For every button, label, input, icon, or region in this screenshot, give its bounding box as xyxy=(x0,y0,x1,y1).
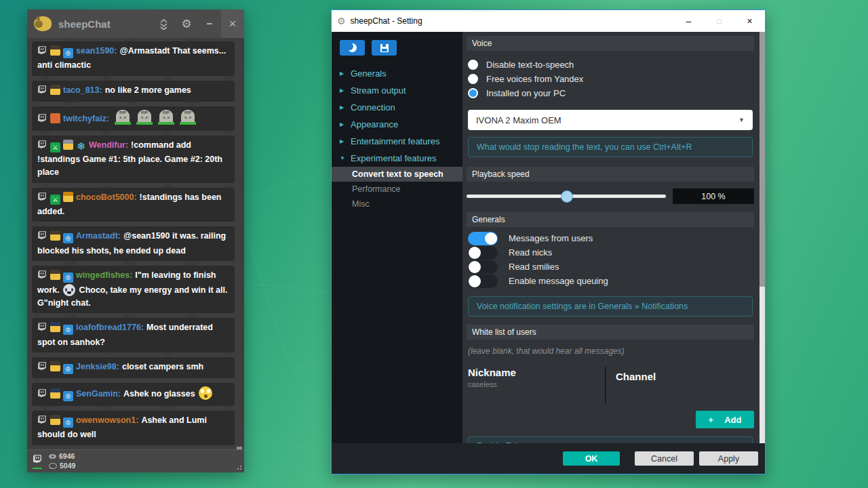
chat-window: sheepChat ⚙ – × sean1590:@Armastadt That… xyxy=(27,9,244,472)
username: wingedfishes: xyxy=(76,270,132,280)
twitch-icon xyxy=(37,194,47,203)
twitch-icon xyxy=(37,142,47,151)
tts-hotkey-info: What would stop reading the text, you ca… xyxy=(468,137,753,157)
ok-button[interactable]: OK xyxy=(563,451,620,466)
radio-button-icon[interactable] xyxy=(468,88,478,98)
voice-select[interactable]: IVONA 2 Maxim OEM ▼ xyxy=(468,110,753,130)
chat-message: loafofbread1776:Most underrated spot on … xyxy=(32,318,235,352)
radio-installed-on-your-pc[interactable]: Installed on your PC xyxy=(468,86,754,100)
chat-message: chocoBot5000:!standings has been added. xyxy=(32,188,235,222)
cowboy-badge-icon xyxy=(50,45,60,56)
username: Armastadt: xyxy=(76,231,121,241)
chatters-bubble-icon xyxy=(49,463,57,469)
crown-badge-icon xyxy=(63,325,73,335)
resize-grip[interactable] xyxy=(234,462,243,471)
chat-settings-gear-icon[interactable]: ⚙ xyxy=(175,9,198,38)
redface-badge-icon xyxy=(50,113,60,123)
playback-speed-slider[interactable] xyxy=(467,195,666,198)
radio-button-icon[interactable] xyxy=(468,60,478,70)
rip-tombstone-emote: RIP xyxy=(158,110,174,125)
username: SenGamin: xyxy=(76,389,121,399)
chat-message: Jenksie98:closet campers smh xyxy=(32,357,235,378)
chevron-down-icon: ▼ xyxy=(738,117,745,123)
crown-badge-icon xyxy=(63,48,73,58)
chevron-down-icon: ▼ xyxy=(340,155,345,161)
chat-close-button[interactable]: × xyxy=(221,9,244,38)
username: Jenksie98: xyxy=(76,362,119,371)
settings-sidebar: ▶Generals▶Stream output▶Connection▶Appea… xyxy=(332,32,462,443)
toggle-switch[interactable] xyxy=(468,260,498,274)
toggle-enable-message-queuing[interactable]: Enable message queuing xyxy=(468,274,754,288)
chat-message: owenwowson1:Ashek and Lumi should do wel… xyxy=(32,411,235,445)
settings-close-button[interactable]: × xyxy=(734,10,765,32)
add-whitelist-button[interactable]: + Add xyxy=(696,411,754,428)
toggle-switch[interactable] xyxy=(468,232,498,245)
settings-window-title: sheepChat - Setting xyxy=(351,16,673,26)
twitch-icon xyxy=(37,47,47,57)
chat-message: wingedfishes:I"m leaving to finish work.… xyxy=(32,266,235,313)
settings-titlebar[interactable]: ⚙ sheepChat - Setting – □ × xyxy=(332,10,765,32)
chat-message: twitchyfaiz:RIPRIPRIPRIP xyxy=(32,106,235,130)
app-gear-icon: ⚙ xyxy=(337,16,346,26)
sidebar-subitem-convert-text-to-speech[interactable]: Convert text to speech xyxy=(332,167,462,182)
chat-minimize-button[interactable]: – xyxy=(198,9,221,38)
generals-section-header: Generals xyxy=(467,212,754,227)
twitch-icon xyxy=(37,272,47,281)
column-divider xyxy=(605,367,606,404)
add-button-label: Add xyxy=(724,415,741,425)
chat-message-list: sean1590:@Armastadt That seems... anti c… xyxy=(27,38,244,449)
cowboy-badge-icon xyxy=(50,361,60,371)
sidebar-item-entertainment-features[interactable]: ▶Entertainment features xyxy=(332,133,462,150)
settings-scrollbar-thumb[interactable] xyxy=(760,32,765,287)
king-badge-icon xyxy=(63,192,73,202)
moon-icon xyxy=(348,43,357,52)
toggle-messages-from-users[interactable]: Messages from users xyxy=(468,231,754,245)
channel-column-header: Channel xyxy=(616,371,753,382)
sidebar-item-experimental-features[interactable]: ▼Experimental features xyxy=(332,150,462,167)
sidebar-item-stream-output[interactable]: ▶Stream output xyxy=(332,82,462,99)
sidebar-item-connection[interactable]: ▶Connection xyxy=(332,99,462,116)
chat-message: SenGamin:Ashek no glasses xyxy=(32,383,235,405)
twitch-icon xyxy=(37,324,47,333)
whitelist-note: (leave blank, that would hear all messag… xyxy=(468,346,753,356)
username: chocoBot5000: xyxy=(76,192,137,202)
slider-thumb[interactable] xyxy=(561,190,573,203)
toggle-read-nicks[interactable]: Read nicks xyxy=(468,245,754,260)
radio-button-icon[interactable] xyxy=(468,74,478,84)
crown-badge-icon xyxy=(63,418,73,428)
sidebar-subitem-performance[interactable]: Performance xyxy=(332,182,462,197)
snow-badge-icon xyxy=(76,141,86,151)
flushed-emote xyxy=(199,386,212,400)
settings-maximize-button: □ xyxy=(704,10,734,32)
playback-speed-value: 100 % xyxy=(673,188,754,204)
save-button[interactable] xyxy=(372,40,397,56)
username: loafofbread1776: xyxy=(76,323,144,332)
sidebar-subitem-misc[interactable]: Misc xyxy=(332,197,462,211)
rip-tombstone-emote: RIP xyxy=(115,110,131,125)
twitch-icon xyxy=(37,87,47,96)
dark-theme-button[interactable] xyxy=(340,40,365,56)
toggle-read-smilies[interactable]: Read smilies xyxy=(468,260,754,274)
settings-scrollbar[interactable] xyxy=(760,32,765,443)
twitch-icon xyxy=(37,363,47,373)
radio-free-voices-from-yandex[interactable]: Free voices from Yandex xyxy=(468,72,754,86)
crown-badge-icon xyxy=(63,233,73,243)
radio-disable-text-to-speech[interactable]: Disable text-to-speech xyxy=(468,58,754,72)
viking-badge-icon xyxy=(63,140,73,150)
chat-titlebar[interactable]: sheepChat ⚙ – × xyxy=(27,9,244,38)
toggle-switch[interactable] xyxy=(468,274,498,288)
rip-tombstone-emote: RIP xyxy=(180,110,196,125)
nickname-caseless-hint: caseless xyxy=(468,380,605,388)
voice-section-header: Voice xyxy=(467,36,754,51)
toggle-switch[interactable] xyxy=(468,246,498,260)
voice-select-value: IVONA 2 Maxim OEM xyxy=(476,115,738,125)
sidebar-item-generals[interactable]: ▶Generals xyxy=(332,65,462,82)
sidebar-item-appearance[interactable]: ▶Appearance xyxy=(332,116,462,133)
username: Wendifur: xyxy=(89,140,128,150)
apply-button[interactable]: Apply xyxy=(699,451,758,466)
cowboy-badge-icon xyxy=(50,415,60,425)
cancel-button[interactable]: Cancel xyxy=(635,451,694,466)
settings-minimize-button[interactable]: – xyxy=(673,10,704,32)
collapse-chevrons-icon[interactable] xyxy=(152,9,175,38)
floppy-save-icon xyxy=(380,44,389,52)
